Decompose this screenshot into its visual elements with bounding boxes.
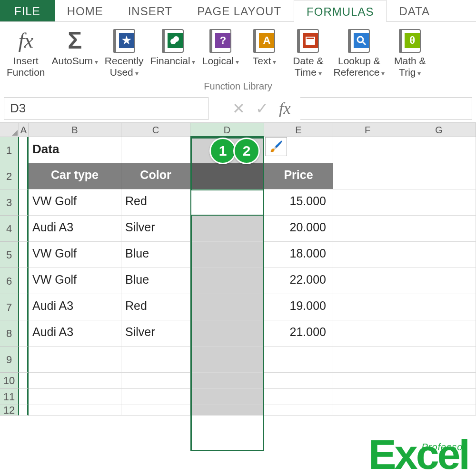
cell-f6[interactable] xyxy=(333,268,402,294)
text-button[interactable]: A Text xyxy=(243,25,286,69)
row-header-2[interactable]: 2 xyxy=(0,163,19,189)
cell-f9[interactable] xyxy=(333,347,402,373)
tab-page-layout[interactable]: PAGE LAYOUT xyxy=(185,0,294,21)
logical-button[interactable]: ? Logical xyxy=(199,25,242,69)
cell-b10[interactable] xyxy=(29,373,121,389)
cell-c5[interactable]: Blue xyxy=(121,242,190,268)
cancel-icon[interactable]: ✕ xyxy=(232,99,245,118)
lookup-reference-button[interactable]: Lookup & Reference xyxy=(330,25,387,80)
cell-g12[interactable] xyxy=(402,405,476,416)
col-header-a[interactable]: A xyxy=(19,123,29,137)
col-header-g[interactable]: G xyxy=(402,123,476,137)
cell-d4[interactable] xyxy=(190,216,264,242)
col-header-e[interactable]: E xyxy=(264,123,333,137)
math-trig-button[interactable]: θ Math & Trig xyxy=(388,25,431,80)
cell-c2[interactable]: Color xyxy=(121,163,190,189)
row-header-6[interactable]: 6 xyxy=(0,268,19,294)
cell-f7[interactable] xyxy=(333,294,402,320)
cell-c11[interactable] xyxy=(121,389,190,405)
cell-e4[interactable]: 20.000 xyxy=(264,216,333,242)
cell-f1[interactable] xyxy=(333,137,402,163)
cell-d7[interactable] xyxy=(190,294,264,320)
cell-e2[interactable]: Price xyxy=(264,163,333,189)
row-header-11[interactable]: 11 xyxy=(0,389,19,405)
row-header-8[interactable]: 8 xyxy=(0,320,19,347)
insert-options-button[interactable]: 🖌️ xyxy=(265,137,287,156)
cell-d10[interactable] xyxy=(190,373,264,389)
cell-c9[interactable] xyxy=(121,347,190,373)
cell-a6[interactable] xyxy=(19,268,29,294)
cell-a5[interactable] xyxy=(19,242,29,268)
tab-formulas[interactable]: FORMULAS xyxy=(294,0,387,22)
row-header-12[interactable]: 12 xyxy=(0,405,19,416)
select-all-triangle[interactable] xyxy=(0,123,19,137)
col-header-f[interactable]: F xyxy=(333,123,402,137)
cell-d9[interactable] xyxy=(190,347,264,373)
cell-a9[interactable] xyxy=(19,347,29,373)
formula-input[interactable] xyxy=(300,97,472,120)
cell-b9[interactable] xyxy=(29,347,121,373)
cell-a2[interactable] xyxy=(19,163,29,189)
cell-e9[interactable] xyxy=(264,347,333,373)
cell-b2[interactable]: Car type xyxy=(29,163,121,189)
cell-e6[interactable]: 22.000 xyxy=(264,268,333,294)
recently-used-button[interactable]: ★ Recently Used xyxy=(102,25,147,80)
date-time-button[interactable]: Date & Time xyxy=(287,25,329,80)
cell-d2[interactable] xyxy=(190,163,264,189)
cell-g7[interactable] xyxy=(402,294,476,320)
cell-c7[interactable]: Red xyxy=(121,294,190,320)
cell-f3[interactable] xyxy=(333,189,402,216)
tab-file[interactable]: FILE xyxy=(0,0,55,21)
cell-b7[interactable]: Audi A3 xyxy=(29,294,121,320)
cell-g8[interactable] xyxy=(402,320,476,347)
col-header-d[interactable]: D xyxy=(190,123,264,137)
cell-g1[interactable] xyxy=(402,137,476,163)
cell-e3[interactable]: 15.000 xyxy=(264,189,333,216)
cell-a11[interactable] xyxy=(19,389,29,405)
cell-e7[interactable]: 19.000 xyxy=(264,294,333,320)
cell-c12[interactable] xyxy=(121,405,190,416)
cell-b11[interactable] xyxy=(29,389,121,405)
cell-c4[interactable]: Silver xyxy=(121,216,190,242)
row-header-1[interactable]: 1 xyxy=(0,137,19,163)
tab-home[interactable]: HOME xyxy=(55,0,116,21)
cell-c3[interactable]: Red xyxy=(121,189,190,216)
cell-e10[interactable] xyxy=(264,373,333,389)
row-header-9[interactable]: 9 xyxy=(0,347,19,373)
cell-g6[interactable] xyxy=(402,268,476,294)
cell-d11[interactable] xyxy=(190,389,264,405)
cell-f10[interactable] xyxy=(333,373,402,389)
tab-insert[interactable]: INSERT xyxy=(116,0,185,21)
cell-a12[interactable] xyxy=(19,405,29,416)
row-header-5[interactable]: 5 xyxy=(0,242,19,268)
row-header-4[interactable]: 4 xyxy=(0,216,19,242)
cell-a3[interactable] xyxy=(19,189,29,216)
cell-g4[interactable] xyxy=(402,216,476,242)
cell-b6[interactable]: VW Golf xyxy=(29,268,121,294)
cell-a8[interactable] xyxy=(19,320,29,347)
cell-d5[interactable] xyxy=(190,242,264,268)
row-header-3[interactable]: 3 xyxy=(0,189,19,216)
cell-e8[interactable]: 21.000 xyxy=(264,320,333,347)
cell-f4[interactable] xyxy=(333,216,402,242)
cell-g3[interactable] xyxy=(402,189,476,216)
cell-e12[interactable] xyxy=(264,405,333,416)
row-header-10[interactable]: 10 xyxy=(0,373,19,389)
cell-d8[interactable] xyxy=(190,320,264,347)
cell-a4[interactable] xyxy=(19,216,29,242)
cell-f8[interactable] xyxy=(333,320,402,347)
cell-b3[interactable]: VW Golf xyxy=(29,189,121,216)
col-header-b[interactable]: B xyxy=(29,123,121,137)
cell-e11[interactable] xyxy=(264,389,333,405)
cell-f12[interactable] xyxy=(333,405,402,416)
cell-e5[interactable]: 18.000 xyxy=(264,242,333,268)
cell-d12[interactable] xyxy=(190,405,264,416)
col-header-c[interactable]: C xyxy=(121,123,190,137)
cell-g10[interactable] xyxy=(402,373,476,389)
cell-c8[interactable]: Silver xyxy=(121,320,190,347)
cell-a10[interactable] xyxy=(19,373,29,389)
cell-d3[interactable] xyxy=(190,189,264,216)
enter-icon[interactable]: ✓ xyxy=(256,99,268,118)
tab-data[interactable]: DATA xyxy=(387,0,442,21)
row-header-7[interactable]: 7 xyxy=(0,294,19,320)
